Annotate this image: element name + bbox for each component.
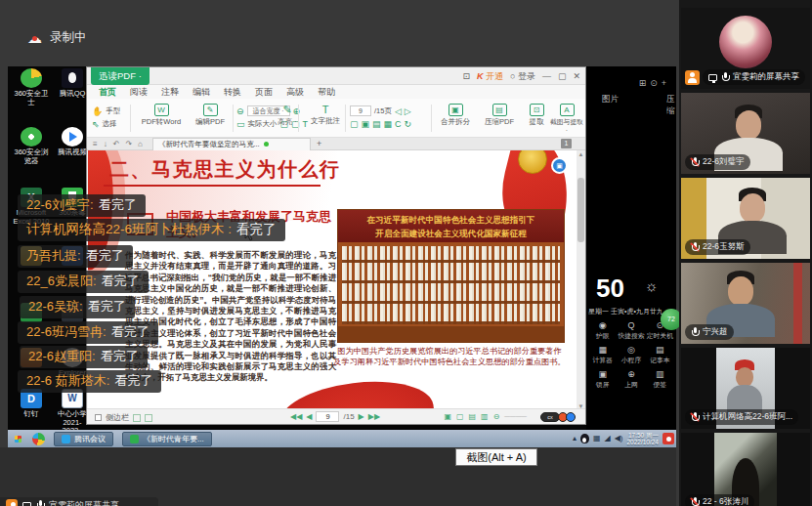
view-mode-icon-3[interactable]: ▤ — [469, 412, 477, 421]
vip-link[interactable]: K 开通 — [477, 70, 503, 83]
menu-tab-edit[interactable]: 编辑 — [192, 85, 210, 99]
participant-tile-presenter[interactable]: 宜雯莉的屏幕共享 — [681, 8, 810, 89]
share-doc-icon[interactable]: ⊡ — [462, 71, 470, 81]
view-mode-icon-1[interactable]: ▣ — [444, 412, 451, 421]
zoom-slider[interactable]: ──── — [504, 412, 527, 421]
grid-icon[interactable]: ⊞ — [639, 78, 651, 88]
save-icon[interactable]: ↓ — [104, 140, 107, 148]
page-number-input[interactable]: 9 — [316, 411, 339, 422]
start-button[interactable] — [11, 432, 25, 446]
zoom-out-icon[interactable]: ⊖ — [236, 106, 244, 116]
print-icon[interactable]: ≡ — [93, 140, 98, 148]
snapshot-button[interactable]: A 截图与提取 · — [550, 104, 583, 134]
menu-tab-help[interactable]: 帮助 — [318, 85, 335, 99]
hand-tool[interactable]: ✋手型 — [92, 105, 120, 117]
view-mode-icon-2[interactable]: ▢ — [456, 412, 464, 421]
next-page-icon[interactable]: ▶ — [359, 412, 364, 421]
menu-tab-advanced[interactable]: 高级 — [286, 85, 304, 99]
menu-tab-annotate[interactable]: 注释 — [161, 85, 179, 99]
qq-tray-icon[interactable] — [580, 434, 589, 443]
app-internet[interactable]: ⊕上网 — [617, 369, 645, 390]
desktop-icon-360browser[interactable]: 360安全浏览器 — [12, 127, 51, 165]
image-tool-button[interactable]: ▣ — [551, 157, 568, 174]
text-note-button[interactable]: T 文字批注 — [304, 104, 347, 126]
highlight-button[interactable]: ✎ 高亮 · — [273, 104, 302, 127]
participant-tile[interactable]: 22-6玉努斯 — [681, 178, 810, 259]
tab-compress[interactable]: 压缩 — [666, 94, 676, 117]
blue-tray-icon[interactable] — [566, 412, 576, 422]
login-link[interactable]: ○ 登录 — [510, 70, 535, 83]
select-tool[interactable]: ⇖选择 — [92, 117, 120, 130]
app-lock-screen[interactable]: ▣锁屏 — [588, 369, 617, 390]
app-mini-programs[interactable]: ◎小程序 — [617, 345, 645, 365]
chat-sender: 22-6刘璧宇: — [26, 197, 94, 212]
compress-pdf-button[interactable]: ▤ 压缩PDF — [480, 104, 519, 127]
continuous-icon[interactable]: ▤ — [372, 119, 381, 129]
new-tab-button[interactable]: + — [317, 139, 321, 148]
panel-button-1[interactable] — [133, 414, 141, 422]
360-taskbar-icon[interactable] — [32, 433, 45, 445]
merge-split-button[interactable]: ▣ 合并拆分 — [436, 104, 475, 127]
tray-expand-icon[interactable]: ▴ — [573, 434, 577, 443]
menu-tab-convert[interactable]: 转换 — [224, 85, 241, 99]
last-page-icon[interactable]: ▶▶ — [368, 412, 380, 421]
redo-icon[interactable]: ↷ — [125, 140, 132, 148]
plus-icon[interactable]: + — [662, 78, 670, 88]
book-view-icon[interactable]: ▦ — [384, 119, 393, 129]
cx-tray-icon[interactable]: cx — [540, 412, 560, 422]
maximize-button[interactable]: ▢ — [558, 71, 567, 81]
participant-tile[interactable]: 22 - 6张涛川 — [681, 433, 810, 506]
menu-tab-page[interactable]: 页面 — [255, 85, 273, 99]
document-tab[interactable]: 《新时代青年要做坚定的马克... — [152, 138, 311, 150]
extract-button[interactable]: ⊡ 提取 — [525, 104, 548, 127]
scroll-up-icon[interactable]: ▲ — [577, 151, 585, 157]
view-mode-icon-4[interactable]: ▥ — [481, 412, 489, 421]
panel-button-2[interactable] — [145, 414, 152, 422]
zoom-out-icon[interactable]: ⊖ — [493, 412, 500, 421]
screen-share-control-bar[interactable]: 宜雯莉的屏幕共享 — [0, 497, 158, 506]
vertical-scrollbar[interactable]: ▲ ▼ — [577, 150, 585, 410]
tab-pictures[interactable]: 图片 — [602, 94, 619, 105]
taskbar-button-meeting[interactable]: 腾讯会议 — [54, 432, 113, 446]
lock-icon[interactable]: ⊙ — [650, 78, 662, 88]
desktop-icon-dingtalk[interactable]: D 钉钉 — [12, 389, 51, 419]
menu-tab-home[interactable]: 首页 — [99, 85, 116, 99]
actual-size-icon[interactable]: ▭ — [236, 119, 245, 129]
prev-page-icon[interactable]: ◁ — [395, 106, 402, 116]
single-page-icon[interactable]: ▢ — [350, 119, 359, 129]
menu-tab-read[interactable]: 阅读 — [130, 85, 148, 99]
page-number-input[interactable]: 9 — [350, 105, 371, 116]
desktop-icon-360safe[interactable]: 360安全卫士 — [12, 68, 51, 106]
home-icon[interactable]: ⌂ — [138, 140, 143, 148]
double-page-icon[interactable]: ▣ — [362, 119, 370, 129]
minimize-button[interactable]: — — [542, 71, 551, 81]
app-eye-care[interactable]: ◉护眼 — [588, 320, 617, 341]
app-calculator[interactable]: ▦计算器 — [588, 345, 617, 365]
undo-icon[interactable]: ↶ — [113, 140, 120, 148]
app-sticky-notes[interactable]: ▥便签 — [646, 369, 674, 390]
participant-tile[interactable]: 计算机网络高22-6班阿... — [681, 348, 810, 429]
taskbar-clock[interactable]: 17:50 周一 2022/10/24 — [626, 432, 659, 446]
pdf-app-tab[interactable]: 迅读PDF · — [91, 67, 150, 85]
rotate-left-icon[interactable]: C — [395, 119, 402, 129]
close-button[interactable]: ✕ — [573, 71, 580, 81]
participant-tile[interactable]: 宁兴超 — [681, 263, 810, 344]
edit-pdf-button[interactable]: ✎ 编辑PDF — [191, 104, 230, 127]
app-quick-search[interactable]: Q快捷搜索 — [617, 320, 645, 341]
chat-message: 22-6 茹斯塔木:看完了 — [18, 370, 161, 393]
first-page-icon[interactable]: ◀◀ — [290, 412, 302, 421]
pdf-to-word-button[interactable]: W PDF转Word — [136, 104, 187, 127]
ime-tray-icon[interactable]: ▦ — [593, 434, 601, 443]
rotate-right-icon[interactable]: ↻ — [405, 119, 412, 129]
app-notepad[interactable]: ▤记事本 — [646, 345, 674, 365]
network-icon[interactable]: ◢ — [604, 434, 610, 443]
red-notification-tray-icon[interactable] — [662, 433, 674, 444]
next-page-icon[interactable]: ▷ — [405, 106, 411, 116]
volume-icon[interactable]: ◀) — [615, 434, 623, 443]
taskbar-button-pdf[interactable]: 《新时代青年要... — [122, 432, 212, 446]
hand-icon: ✋ — [92, 106, 103, 116]
sidebar-checkbox[interactable] — [95, 414, 102, 421]
participant-tile[interactable]: 22-6刘璧宇 — [681, 93, 810, 174]
prev-page-icon[interactable]: ◀ — [306, 412, 312, 421]
scrollbar-thumb[interactable] — [577, 178, 584, 242]
